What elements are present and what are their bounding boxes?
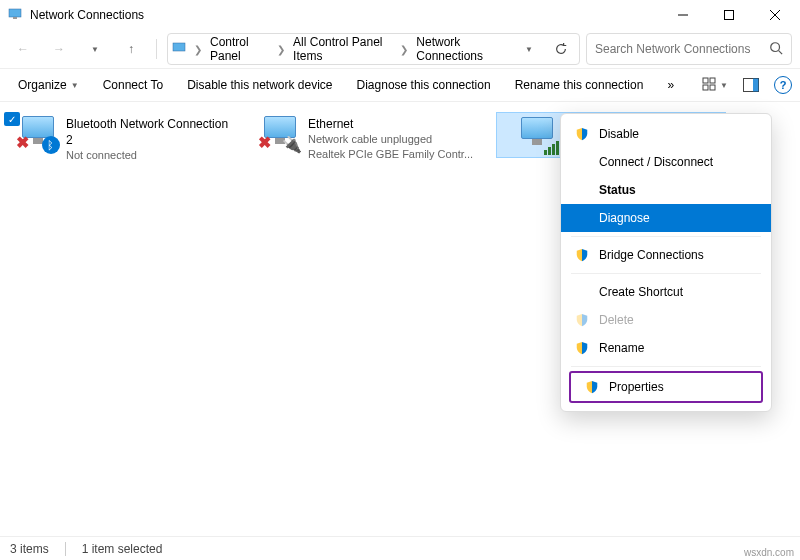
menu-disable[interactable]: Disable: [561, 120, 771, 148]
menu-rename[interactable]: Rename: [561, 334, 771, 362]
label: Organize: [18, 78, 67, 92]
menu-label: Properties: [609, 380, 664, 394]
item-status: Network cable unplugged: [308, 132, 473, 147]
maximize-button[interactable]: [706, 0, 752, 30]
svg-rect-0: [9, 9, 21, 17]
diagnose-connection-button[interactable]: Diagnose this connection: [347, 72, 501, 98]
nav-recent-button[interactable]: ▼: [80, 34, 110, 64]
context-menu: Disable Connect / Disconnect Status Diag…: [560, 113, 772, 412]
item-name: Ethernet: [308, 116, 473, 132]
app-icon: [8, 7, 24, 23]
search-input[interactable]: [595, 42, 769, 56]
overflow-button[interactable]: »: [657, 72, 684, 98]
navbar: ← → ▼ ↑ ❯ Control Panel ❯ All Control Pa…: [0, 30, 800, 68]
item-adapter: Realtek PCIe GBE Family Contr...: [308, 147, 473, 162]
window-title: Network Connections: [30, 8, 144, 22]
menu-diagnose[interactable]: Diagnose: [561, 204, 771, 232]
selection-count: 1 item selected: [82, 542, 163, 556]
chevron-right-icon: ❯: [275, 44, 287, 55]
svg-rect-11: [703, 85, 708, 90]
menu-delete[interactable]: Delete: [561, 306, 771, 334]
item-count: 3 items: [10, 542, 49, 556]
shield-icon: [575, 313, 589, 327]
menu-create-shortcut[interactable]: Create Shortcut: [561, 278, 771, 306]
item-status: Not connected: [66, 148, 238, 163]
menu-label: Disable: [599, 127, 639, 141]
svg-rect-14: [753, 79, 759, 92]
menu-separator: [571, 236, 761, 237]
rename-connection-button[interactable]: Rename this connection: [505, 72, 654, 98]
connection-icon: [515, 117, 557, 153]
error-x-icon: ✖: [16, 133, 29, 152]
separator: [156, 39, 157, 59]
menu-label: Rename: [599, 341, 644, 355]
disable-device-button[interactable]: Disable this network device: [177, 72, 342, 98]
menu-label: Bridge Connections: [599, 248, 704, 262]
svg-rect-12: [710, 85, 715, 90]
refresh-button[interactable]: [547, 35, 575, 63]
shield-icon: [575, 127, 589, 141]
minimize-button[interactable]: [660, 0, 706, 30]
search-icon[interactable]: [769, 41, 783, 58]
connect-to-button[interactable]: Connect To: [93, 72, 174, 98]
chevron-right-icon: ❯: [192, 44, 204, 55]
search-box[interactable]: [586, 33, 792, 65]
shield-icon: [575, 248, 589, 262]
svg-rect-10: [710, 78, 715, 83]
connection-item-ethernet[interactable]: ✖ 🔌 Ethernet Network cable unplugged Rea…: [254, 112, 484, 166]
menu-properties[interactable]: Properties: [571, 373, 761, 401]
address-bar[interactable]: ❯ Control Panel ❯ All Control Panel Item…: [167, 33, 580, 65]
organize-menu[interactable]: Organize▼: [8, 72, 89, 98]
svg-line-8: [779, 50, 783, 54]
nav-up-button[interactable]: ↑: [116, 34, 146, 64]
command-toolbar: Organize▼ Connect To Disable this networ…: [0, 68, 800, 102]
separator: [65, 542, 66, 556]
menu-status[interactable]: Status: [561, 176, 771, 204]
breadcrumb-item[interactable]: All Control Panel Items: [287, 31, 398, 67]
menu-bridge-connections[interactable]: Bridge Connections: [561, 241, 771, 269]
shield-icon: [585, 380, 599, 394]
connection-icon: ✖ ᛒ: [16, 116, 58, 152]
status-bar: 3 items 1 item selected: [0, 536, 800, 560]
menu-label: Diagnose: [599, 211, 650, 225]
selection-check-icon: ✓: [4, 112, 20, 126]
menu-label: Status: [599, 183, 636, 197]
breadcrumb-item[interactable]: Network Connections: [410, 31, 515, 67]
error-x-icon: ✖: [258, 133, 271, 152]
item-name: Bluetooth Network Connection 2: [66, 116, 238, 148]
wifi-signal-icon: [544, 141, 559, 155]
menu-separator: [571, 273, 761, 274]
view-options-button[interactable]: ▼: [702, 72, 728, 98]
bluetooth-icon: ᛒ: [42, 136, 60, 154]
connection-item-bluetooth[interactable]: ✖ ᛒ Bluetooth Network Connection 2 Not c…: [12, 112, 242, 167]
watermark: wsxdn.com: [744, 547, 794, 558]
svg-rect-6: [173, 43, 185, 51]
help-button[interactable]: ?: [774, 76, 792, 94]
svg-rect-3: [725, 11, 734, 20]
ethernet-plug-icon: 🔌: [282, 135, 302, 154]
connection-icon: ✖ 🔌: [258, 116, 300, 152]
menu-label: Connect / Disconnect: [599, 155, 713, 169]
svg-point-7: [771, 42, 780, 51]
breadcrumb-item[interactable]: Control Panel: [204, 31, 275, 67]
menu-label: Create Shortcut: [599, 285, 683, 299]
nav-forward-button[interactable]: →: [44, 34, 74, 64]
nav-back-button[interactable]: ←: [8, 34, 38, 64]
svg-rect-9: [703, 78, 708, 83]
menu-separator: [571, 366, 761, 367]
preview-pane-button[interactable]: [738, 72, 764, 98]
shield-icon: [575, 341, 589, 355]
address-dropdown-button[interactable]: ▼: [515, 35, 543, 63]
titlebar: Network Connections: [0, 0, 800, 30]
menu-connect-disconnect[interactable]: Connect / Disconnect: [561, 148, 771, 176]
chevron-right-icon: ❯: [398, 44, 410, 55]
svg-rect-1: [13, 17, 17, 19]
menu-label: Delete: [599, 313, 634, 327]
close-button[interactable]: [752, 0, 798, 30]
location-icon: [172, 41, 188, 57]
